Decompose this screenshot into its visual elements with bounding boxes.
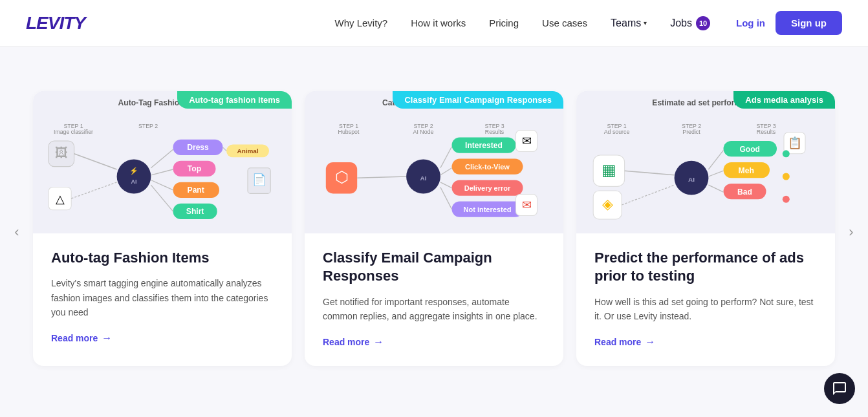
card-fashion-desc: Levity's smart tagging engine automatica… (51, 276, 274, 319)
logo: LEVITY (26, 13, 85, 34)
card-ads-title: Predict the performance of ads prior to … (594, 249, 817, 286)
svg-text:⬡: ⬡ (335, 167, 349, 185)
nav-teams[interactable]: Teams ▾ (611, 17, 647, 29)
svg-text:📋: 📋 (788, 135, 802, 149)
nav-why-levity[interactable]: Why Levity? (334, 17, 387, 28)
svg-point-89 (783, 195, 790, 202)
svg-text:Animal: Animal (237, 147, 259, 154)
card-ads-body: Predict the performance of ads prior to … (576, 233, 835, 367)
svg-text:AI Node: AI Node (413, 129, 434, 135)
svg-text:Results: Results (757, 129, 776, 135)
card-email-tag: Classify Email Campaign Responses (393, 91, 563, 109)
svg-text:Dress: Dress (187, 143, 209, 152)
svg-text:Delivery error: Delivery error (464, 184, 511, 192)
card-fashion: Auto-tag fashion items Auto-Tag Fashion … (33, 91, 292, 367)
svg-text:▦: ▦ (602, 160, 616, 178)
nav-pricing[interactable]: Pricing (489, 17, 519, 28)
svg-text:Interested: Interested (465, 141, 503, 150)
signup-button[interactable]: Sign up (776, 11, 842, 35)
svg-text:Pant: Pant (188, 186, 204, 195)
card-ads: Ads media analysis Estimate ad set perfo… (576, 91, 835, 367)
card-email-image: Categorize email responses STEP 1 Hubspo… (305, 91, 563, 233)
svg-text:Not interested: Not interested (464, 206, 512, 213)
ads-diagram: Estimate ad set performance STEP 1 Ad so… (576, 91, 835, 233)
nav-links: Why Levity? How it works Pricing Use cas… (334, 16, 710, 30)
card-ads-read-more[interactable]: Read more → (594, 336, 817, 348)
svg-text:✉: ✉ (522, 198, 532, 211)
svg-text:AI: AI (420, 174, 427, 181)
svg-text:Ad source: Ad source (604, 129, 630, 135)
read-more-arrow-icon-2: → (373, 336, 384, 348)
svg-text:Good: Good (739, 144, 760, 153)
svg-text:Results: Results (485, 129, 505, 135)
nav-jobs[interactable]: Jobs 10 (670, 16, 710, 30)
teams-chevron-icon: ▾ (644, 19, 647, 27)
svg-text:Bad: Bad (737, 187, 752, 196)
svg-text:Hubspot: Hubspot (338, 129, 360, 135)
svg-point-7 (117, 159, 151, 193)
card-email: Classify Email Campaign Responses Catego… (305, 91, 563, 367)
cards-container: Auto-tag fashion items Auto-Tag Fashion … (26, 91, 842, 367)
main-content: ‹ Auto-tag fashion items Auto-Tag Fashio… (0, 47, 868, 417)
svg-text:⚡: ⚡ (129, 166, 138, 175)
svg-text:Predict: Predict (682, 129, 700, 135)
card-fashion-image: Auto-Tag Fashion Items STEP 1 Image clas… (33, 91, 292, 233)
svg-text:Image classifier: Image classifier (54, 129, 93, 135)
jobs-badge: 10 (696, 16, 710, 30)
card-ads-tag: Ads media analysis (733, 91, 835, 109)
read-more-arrow-icon-3: → (645, 336, 655, 348)
svg-text:📄: 📄 (252, 173, 266, 187)
svg-point-87 (783, 150, 790, 157)
email-diagram: Categorize email responses STEP 1 Hubspo… (305, 91, 563, 233)
svg-text:Shirt: Shirt (186, 207, 204, 216)
card-ads-desc: How well is this ad set going to perform… (594, 295, 817, 324)
card-email-title: Classify Email Campaign Responses (323, 249, 545, 286)
svg-text:AI: AI (131, 178, 137, 185)
nav-auth: Log in Sign up (736, 11, 842, 35)
carousel-next-button[interactable]: › (840, 220, 863, 244)
svg-text:Top: Top (188, 164, 201, 173)
card-email-read-more[interactable]: Read more → (323, 336, 545, 348)
svg-text:△: △ (56, 192, 65, 205)
card-fashion-read-more[interactable]: Read more → (51, 332, 274, 344)
read-more-arrow-icon: → (102, 332, 112, 344)
card-fashion-title: Auto-tag Fashion Items (51, 249, 274, 268)
card-email-body: Classify Email Campaign Responses Get no… (305, 233, 563, 367)
card-fashion-body: Auto-tag Fashion Items Levity's smart ta… (33, 233, 292, 363)
chat-button[interactable] (824, 373, 855, 404)
svg-text:✉: ✉ (522, 134, 532, 147)
svg-text:Click-to-View: Click-to-View (465, 163, 510, 171)
svg-point-88 (783, 173, 790, 180)
nav-how-it-works[interactable]: How it works (411, 17, 466, 28)
svg-text:STEP 2: STEP 2 (138, 123, 158, 129)
card-fashion-tag: Auto-tag fashion items (177, 91, 292, 109)
svg-text:AI: AI (688, 175, 695, 182)
card-email-desc: Get notified for important responses, au… (323, 295, 545, 324)
login-button[interactable]: Log in (736, 17, 765, 28)
svg-text:🖼: 🖼 (55, 145, 68, 160)
svg-text:◈: ◈ (602, 195, 613, 211)
nav-use-cases[interactable]: Use cases (542, 17, 587, 28)
chat-icon (832, 381, 847, 396)
svg-text:Meh: Meh (739, 166, 754, 175)
carousel-prev-button[interactable]: ‹ (5, 220, 28, 244)
card-ads-image: Estimate ad set performance STEP 1 Ad so… (576, 91, 835, 233)
navigation: LEVITY Why Levity? How it works Pricing … (0, 0, 868, 47)
fashion-diagram: Auto-Tag Fashion Items STEP 1 Image clas… (33, 91, 292, 233)
